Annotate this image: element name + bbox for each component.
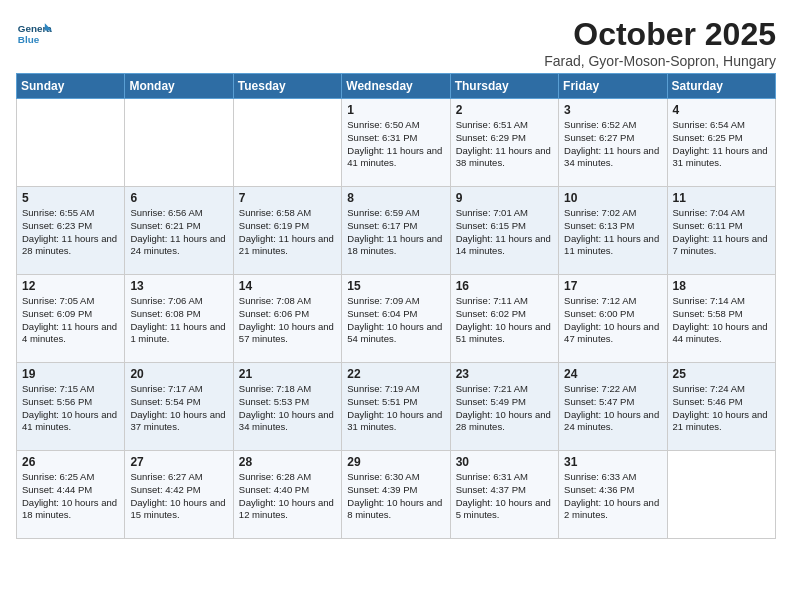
cell-details: Sunrise: 7:01 AMSunset: 6:15 PMDaylight:… — [456, 207, 553, 258]
day-number: 22 — [347, 367, 444, 381]
day-number: 12 — [22, 279, 119, 293]
calendar-week-row: 19Sunrise: 7:15 AMSunset: 5:56 PMDayligh… — [17, 363, 776, 451]
cell-details: Sunrise: 6:56 AMSunset: 6:21 PMDaylight:… — [130, 207, 227, 258]
day-number: 17 — [564, 279, 661, 293]
day-number: 18 — [673, 279, 770, 293]
calendar-cell: 18Sunrise: 7:14 AMSunset: 5:58 PMDayligh… — [667, 275, 775, 363]
calendar-cell: 25Sunrise: 7:24 AMSunset: 5:46 PMDayligh… — [667, 363, 775, 451]
day-number: 27 — [130, 455, 227, 469]
cell-details: Sunrise: 6:55 AMSunset: 6:23 PMDaylight:… — [22, 207, 119, 258]
cell-details: Sunrise: 7:12 AMSunset: 6:00 PMDaylight:… — [564, 295, 661, 346]
calendar-cell: 1Sunrise: 6:50 AMSunset: 6:31 PMDaylight… — [342, 99, 450, 187]
calendar-cell: 27Sunrise: 6:27 AMSunset: 4:42 PMDayligh… — [125, 451, 233, 539]
cell-details: Sunrise: 6:30 AMSunset: 4:39 PMDaylight:… — [347, 471, 444, 522]
calendar-cell — [125, 99, 233, 187]
calendar-cell: 9Sunrise: 7:01 AMSunset: 6:15 PMDaylight… — [450, 187, 558, 275]
day-number: 4 — [673, 103, 770, 117]
calendar-cell: 8Sunrise: 6:59 AMSunset: 6:17 PMDaylight… — [342, 187, 450, 275]
cell-details: Sunrise: 6:25 AMSunset: 4:44 PMDaylight:… — [22, 471, 119, 522]
calendar-cell: 6Sunrise: 6:56 AMSunset: 6:21 PMDaylight… — [125, 187, 233, 275]
cell-details: Sunrise: 7:04 AMSunset: 6:11 PMDaylight:… — [673, 207, 770, 258]
calendar-cell: 4Sunrise: 6:54 AMSunset: 6:25 PMDaylight… — [667, 99, 775, 187]
day-number: 9 — [456, 191, 553, 205]
cell-details: Sunrise: 6:58 AMSunset: 6:19 PMDaylight:… — [239, 207, 336, 258]
calendar-week-row: 5Sunrise: 6:55 AMSunset: 6:23 PMDaylight… — [17, 187, 776, 275]
day-number: 5 — [22, 191, 119, 205]
day-number: 1 — [347, 103, 444, 117]
weekday-header: Saturday — [667, 74, 775, 99]
month-title: October 2025 — [544, 16, 776, 53]
cell-details: Sunrise: 7:22 AMSunset: 5:47 PMDaylight:… — [564, 383, 661, 434]
cell-details: Sunrise: 7:09 AMSunset: 6:04 PMDaylight:… — [347, 295, 444, 346]
calendar-cell: 10Sunrise: 7:02 AMSunset: 6:13 PMDayligh… — [559, 187, 667, 275]
day-number: 10 — [564, 191, 661, 205]
logo: General Blue — [16, 16, 56, 52]
weekday-header: Monday — [125, 74, 233, 99]
calendar-cell: 22Sunrise: 7:19 AMSunset: 5:51 PMDayligh… — [342, 363, 450, 451]
weekday-header: Friday — [559, 74, 667, 99]
day-number: 14 — [239, 279, 336, 293]
day-number: 31 — [564, 455, 661, 469]
calendar-cell: 17Sunrise: 7:12 AMSunset: 6:00 PMDayligh… — [559, 275, 667, 363]
day-number: 28 — [239, 455, 336, 469]
cell-details: Sunrise: 7:15 AMSunset: 5:56 PMDaylight:… — [22, 383, 119, 434]
cell-details: Sunrise: 6:27 AMSunset: 4:42 PMDaylight:… — [130, 471, 227, 522]
calendar-cell: 13Sunrise: 7:06 AMSunset: 6:08 PMDayligh… — [125, 275, 233, 363]
calendar-week-row: 1Sunrise: 6:50 AMSunset: 6:31 PMDaylight… — [17, 99, 776, 187]
calendar-cell: 7Sunrise: 6:58 AMSunset: 6:19 PMDaylight… — [233, 187, 341, 275]
cell-details: Sunrise: 7:02 AMSunset: 6:13 PMDaylight:… — [564, 207, 661, 258]
calendar-cell: 21Sunrise: 7:18 AMSunset: 5:53 PMDayligh… — [233, 363, 341, 451]
calendar-header-row: SundayMondayTuesdayWednesdayThursdayFrid… — [17, 74, 776, 99]
weekday-header: Tuesday — [233, 74, 341, 99]
weekday-header: Wednesday — [342, 74, 450, 99]
cell-details: Sunrise: 6:52 AMSunset: 6:27 PMDaylight:… — [564, 119, 661, 170]
calendar-cell: 16Sunrise: 7:11 AMSunset: 6:02 PMDayligh… — [450, 275, 558, 363]
weekday-header: Thursday — [450, 74, 558, 99]
cell-details: Sunrise: 6:54 AMSunset: 6:25 PMDaylight:… — [673, 119, 770, 170]
cell-details: Sunrise: 7:11 AMSunset: 6:02 PMDaylight:… — [456, 295, 553, 346]
day-number: 16 — [456, 279, 553, 293]
location-title: Farad, Gyor-Moson-Sopron, Hungary — [544, 53, 776, 69]
cell-details: Sunrise: 7:24 AMSunset: 5:46 PMDaylight:… — [673, 383, 770, 434]
day-number: 15 — [347, 279, 444, 293]
calendar-cell: 28Sunrise: 6:28 AMSunset: 4:40 PMDayligh… — [233, 451, 341, 539]
day-number: 25 — [673, 367, 770, 381]
cell-details: Sunrise: 6:31 AMSunset: 4:37 PMDaylight:… — [456, 471, 553, 522]
calendar-table: SundayMondayTuesdayWednesdayThursdayFrid… — [16, 73, 776, 539]
calendar-cell: 23Sunrise: 7:21 AMSunset: 5:49 PMDayligh… — [450, 363, 558, 451]
weekday-header: Sunday — [17, 74, 125, 99]
calendar-cell: 15Sunrise: 7:09 AMSunset: 6:04 PMDayligh… — [342, 275, 450, 363]
cell-details: Sunrise: 7:17 AMSunset: 5:54 PMDaylight:… — [130, 383, 227, 434]
cell-details: Sunrise: 7:08 AMSunset: 6:06 PMDaylight:… — [239, 295, 336, 346]
calendar-cell: 30Sunrise: 6:31 AMSunset: 4:37 PMDayligh… — [450, 451, 558, 539]
calendar-cell: 2Sunrise: 6:51 AMSunset: 6:29 PMDaylight… — [450, 99, 558, 187]
calendar-cell: 11Sunrise: 7:04 AMSunset: 6:11 PMDayligh… — [667, 187, 775, 275]
calendar-cell — [667, 451, 775, 539]
cell-details: Sunrise: 6:28 AMSunset: 4:40 PMDaylight:… — [239, 471, 336, 522]
calendar-cell: 20Sunrise: 7:17 AMSunset: 5:54 PMDayligh… — [125, 363, 233, 451]
cell-details: Sunrise: 6:51 AMSunset: 6:29 PMDaylight:… — [456, 119, 553, 170]
cell-details: Sunrise: 6:33 AMSunset: 4:36 PMDaylight:… — [564, 471, 661, 522]
day-number: 8 — [347, 191, 444, 205]
day-number: 20 — [130, 367, 227, 381]
day-number: 2 — [456, 103, 553, 117]
day-number: 19 — [22, 367, 119, 381]
cell-details: Sunrise: 7:18 AMSunset: 5:53 PMDaylight:… — [239, 383, 336, 434]
day-number: 30 — [456, 455, 553, 469]
calendar-week-row: 12Sunrise: 7:05 AMSunset: 6:09 PMDayligh… — [17, 275, 776, 363]
cell-details: Sunrise: 7:19 AMSunset: 5:51 PMDaylight:… — [347, 383, 444, 434]
calendar-week-row: 26Sunrise: 6:25 AMSunset: 4:44 PMDayligh… — [17, 451, 776, 539]
day-number: 29 — [347, 455, 444, 469]
calendar-cell: 29Sunrise: 6:30 AMSunset: 4:39 PMDayligh… — [342, 451, 450, 539]
calendar-cell: 24Sunrise: 7:22 AMSunset: 5:47 PMDayligh… — [559, 363, 667, 451]
calendar-cell — [233, 99, 341, 187]
calendar-cell: 5Sunrise: 6:55 AMSunset: 6:23 PMDaylight… — [17, 187, 125, 275]
cell-details: Sunrise: 7:05 AMSunset: 6:09 PMDaylight:… — [22, 295, 119, 346]
day-number: 6 — [130, 191, 227, 205]
cell-details: Sunrise: 7:06 AMSunset: 6:08 PMDaylight:… — [130, 295, 227, 346]
day-number: 24 — [564, 367, 661, 381]
day-number: 11 — [673, 191, 770, 205]
cell-details: Sunrise: 6:50 AMSunset: 6:31 PMDaylight:… — [347, 119, 444, 170]
day-number: 23 — [456, 367, 553, 381]
cell-details: Sunrise: 7:14 AMSunset: 5:58 PMDaylight:… — [673, 295, 770, 346]
